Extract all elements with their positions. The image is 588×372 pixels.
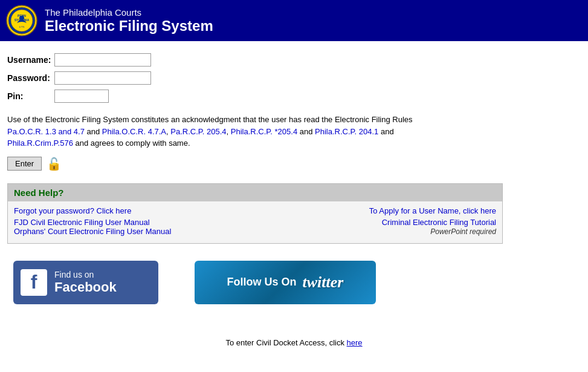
powerpoint-note: PowerPoint required	[430, 227, 496, 236]
main-content: Username: Password: Pin: Use of the Elec…	[0, 41, 588, 314]
lock-icon: 🔓	[47, 157, 62, 171]
notice-text: Use of the Electronic Filing System cons…	[7, 114, 491, 149]
fjd-manual-link[interactable]: FJD Civil Electronic Filing User Manual	[14, 218, 150, 227]
help-header: Need Help?	[8, 184, 502, 201]
header-title-block: The Philadelphia Courts Electronic Filin…	[45, 7, 213, 34]
username-row: Username:	[7, 51, 155, 69]
link-philaocr[interactable]: Phila.O.C.R. 4.7.A	[102, 127, 166, 136]
enter-row: Enter 🔓	[7, 157, 581, 171]
pin-row: Pin:	[7, 87, 155, 105]
facebook-text: Find us on Facebook	[54, 270, 117, 295]
link-philarcrimp576[interactable]: Phila.R.Crim.P.576	[7, 139, 73, 148]
password-input[interactable]	[54, 71, 151, 85]
facebook-button[interactable]: f Find us on Facebook	[13, 261, 158, 304]
help-right-2: Criminal Electronic Filing Tutorial Powe…	[382, 218, 496, 236]
password-row: Password:	[7, 69, 155, 87]
help-section: Need Help? Forgot your password? Click h…	[7, 183, 503, 244]
svg-point-5	[19, 16, 24, 21]
apply-username-link[interactable]: To Apply for a User Name, click here	[369, 206, 496, 215]
help-right-1: To Apply for a User Name, click here	[369, 206, 496, 215]
username-input[interactable]	[54, 53, 151, 67]
footer: To enter Civil Docket Access, click here	[0, 338, 588, 359]
pin-input[interactable]	[54, 90, 109, 103]
header: PENN SYLVANIA 1776 The Philadelphia Cour…	[0, 0, 588, 41]
footer-text: To enter Civil Docket Access, click	[225, 338, 344, 347]
forgot-password-link[interactable]: Forgot your password? Click here	[14, 206, 131, 215]
twitter-button[interactable]: Follow Us On twitter	[195, 261, 376, 304]
pa-seal: PENN SYLVANIA 1776	[6, 5, 37, 36]
link-parcp2054[interactable]: Pa.R.C.P. 205.4	[170, 127, 226, 136]
social-row: f Find us on Facebook Follow Us On twitt…	[7, 261, 581, 304]
help-row-2: FJD Civil Electronic Filing User Manual …	[14, 218, 496, 236]
notice-text-end: and agrees to comply with same.	[76, 139, 190, 148]
help-row-1: Forgot your password? Click here To Appl…	[14, 206, 496, 215]
twitter-follow-text: Follow Us On	[227, 276, 297, 289]
pin-label: Pin:	[7, 91, 23, 101]
username-label: Username:	[7, 55, 51, 65]
svg-text:1776: 1776	[19, 25, 25, 28]
password-label: Password:	[7, 73, 50, 83]
facebook-label: Facebook	[54, 279, 117, 295]
enter-button[interactable]: Enter	[7, 157, 42, 171]
orphans-manual-link[interactable]: Orphans' Court Electronic Filing User Ma…	[14, 227, 171, 236]
link-philarcp2041[interactable]: Phila.R.C.P. 204.1	[315, 127, 378, 136]
help-left-2: FJD Civil Electronic Filing User Manual …	[14, 218, 171, 236]
header-title-top: The Philadelphia Courts	[45, 7, 213, 18]
link-paocr[interactable]: Pa.O.C.R. 1.3 and 4.7	[7, 127, 85, 136]
header-title-bottom: Electronic Filing System	[45, 18, 213, 34]
civil-docket-link[interactable]: here	[347, 338, 363, 347]
link-philarcp2054[interactable]: Phila.R.C.P. *205.4	[231, 127, 297, 136]
twitter-logo: twitter	[303, 273, 344, 292]
facebook-icon: f	[21, 269, 47, 296]
help-links: Forgot your password? Click here To Appl…	[8, 201, 502, 243]
notice-text-before: Use of the Electronic Filing System cons…	[7, 115, 413, 124]
criminal-tutorial-link[interactable]: Criminal Electronic Filing Tutorial	[382, 218, 496, 227]
login-form: Username: Password: Pin:	[7, 51, 155, 105]
facebook-find-us: Find us on	[54, 270, 117, 279]
